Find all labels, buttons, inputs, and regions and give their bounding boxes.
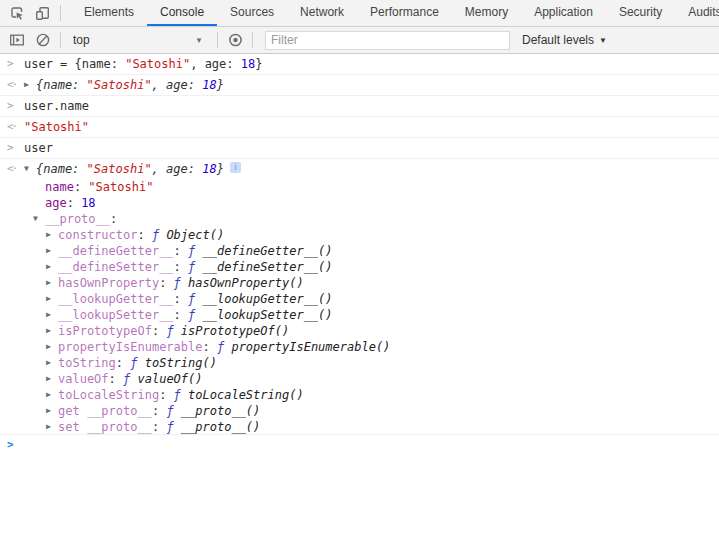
clear-console-button[interactable] (30, 28, 56, 52)
sidebar-icon (9, 32, 25, 48)
result-chevron-icon: <· (0, 120, 24, 134)
devtools-tab-bar: ElementsConsoleSourcesNetworkPerformance… (0, 0, 719, 27)
row-text: __lookupSetter__: ƒ __lookupSetter__() (58, 307, 333, 323)
row-text: __lookupGetter__: ƒ __lookupGetter__() (58, 291, 333, 307)
tab-security[interactable]: Security (606, 0, 675, 26)
object-property-row[interactable]: ▶constructor: ƒ Object() (0, 227, 719, 243)
inspect-cursor-icon (9, 5, 25, 21)
expand-toggle-icon[interactable]: ▶ (46, 355, 58, 371)
row-text: name: "Satoshi" (45, 179, 153, 195)
expand-toggle-icon[interactable]: ▼ (24, 162, 36, 176)
expand-toggle-icon[interactable]: ▶ (24, 78, 36, 92)
row-text: constructor: ƒ Object() (58, 227, 224, 243)
row-text: __proto__: (45, 211, 117, 227)
row-text: {name: "Satoshi", age: 18} (36, 78, 224, 92)
tab-application[interactable]: Application (521, 0, 606, 26)
console-input-line: >user.name (0, 96, 719, 117)
expand-toggle-icon[interactable]: ▶ (46, 419, 58, 435)
console-result-line-expanded[interactable]: <·▼{name: "Satoshi", age: 18}i (0, 159, 719, 179)
tab-console[interactable]: Console (147, 0, 217, 26)
inspect-element-button[interactable] (4, 1, 30, 25)
object-property-row[interactable]: ▶__lookupGetter__: ƒ __lookupGetter__() (0, 291, 719, 307)
expand-toggle-icon[interactable]: ▶ (46, 307, 58, 323)
row-text: user (24, 141, 53, 155)
object-property-row[interactable]: ▶__defineSetter__: ƒ __defineSetter__() (0, 259, 719, 275)
show-console-sidebar-button[interactable] (4, 28, 30, 52)
expand-toggle-icon[interactable]: ▼ (33, 211, 45, 227)
levels-label: Default levels (522, 33, 594, 47)
divider (217, 32, 218, 48)
divider (60, 32, 61, 48)
expand-toggle-icon[interactable]: ▶ (46, 291, 58, 307)
row-text: set __proto__: ƒ __proto__() (58, 419, 260, 435)
device-toolbar-icon (35, 5, 51, 21)
filter-input[interactable] (265, 31, 510, 50)
expand-toggle-icon[interactable]: ▶ (46, 387, 58, 403)
context-label: top (73, 33, 90, 47)
expand-toggle-icon[interactable]: ▶ (46, 339, 58, 355)
tab-audits[interactable]: Audits (675, 0, 719, 26)
tab-sources[interactable]: Sources (217, 0, 287, 26)
object-property-row[interactable]: ▶valueOf: ƒ valueOf() (0, 371, 719, 387)
chevron-down-icon: ▼ (195, 36, 203, 45)
expand-toggle-icon[interactable]: ▶ (46, 275, 58, 291)
console-result-line: <·"Satoshi" (0, 117, 719, 138)
row-text: valueOf: ƒ valueOf() (58, 371, 203, 387)
row-text: toString: ƒ toString() (58, 355, 217, 371)
row-text: isPrototypeOf: ƒ isPrototypeOf() (58, 323, 289, 339)
device-toolbar-button[interactable] (30, 1, 56, 25)
row-text: user.name (24, 99, 89, 113)
console-result-line[interactable]: <·▶{name: "Satoshi", age: 18} (0, 75, 719, 96)
object-property-row[interactable]: ▶get __proto__: ƒ __proto__() (0, 403, 719, 419)
divider (252, 32, 253, 48)
eye-icon (227, 32, 244, 48)
object-property-row: age: 18 (0, 195, 719, 211)
evaluated-info-badge-icon[interactable]: i (230, 162, 241, 173)
console-input-line: >user (0, 138, 719, 159)
input-chevron-icon: > (0, 57, 24, 71)
object-property-row[interactable]: ▶toLocaleString: ƒ toLocaleString() (0, 387, 719, 403)
object-property-row[interactable]: ▶__defineGetter__: ƒ __defineGetter__() (0, 243, 719, 259)
expand-toggle-icon[interactable]: ▶ (46, 227, 58, 243)
tabs-container: ElementsConsoleSourcesNetworkPerformance… (71, 0, 719, 26)
expand-toggle-icon[interactable]: ▶ (46, 403, 58, 419)
object-property-row[interactable]: ▶hasOwnProperty: ƒ hasOwnProperty() (0, 275, 719, 291)
console-messages: >user = {name: "Satoshi", age: 18}<·▶{na… (0, 54, 719, 455)
chevron-down-icon: ▼ (599, 36, 607, 45)
object-property-row[interactable]: ▶propertyIsEnumerable: ƒ propertyIsEnume… (0, 339, 719, 355)
row-text: user = {name: "Satoshi", age: 18} (24, 57, 262, 71)
divider (60, 5, 61, 21)
row-text: age: 18 (45, 195, 96, 211)
tab-elements[interactable]: Elements (71, 0, 147, 26)
object-proto-row[interactable]: ▼__proto__: (0, 211, 719, 227)
object-property-row[interactable]: ▶toString: ƒ toString() (0, 355, 719, 371)
log-levels-dropdown[interactable]: Default levels ▼ (522, 33, 607, 47)
object-property-row[interactable]: ▶__lookupSetter__: ƒ __lookupSetter__() (0, 307, 719, 323)
row-text: {name: "Satoshi", age: 18} (36, 162, 224, 176)
object-property-row[interactable]: ▶set __proto__: ƒ __proto__() (0, 419, 719, 435)
tab-performance[interactable]: Performance (357, 0, 452, 26)
execution-context-selector[interactable]: top ▼ (65, 33, 213, 47)
object-property-row: name: "Satoshi" (0, 179, 719, 195)
live-expression-button[interactable] (222, 28, 248, 52)
expand-toggle-icon[interactable]: ▶ (46, 371, 58, 387)
tab-memory[interactable]: Memory (452, 0, 521, 26)
tab-network[interactable]: Network (287, 0, 357, 26)
console-toolbar: top ▼ Default levels ▼ (0, 27, 719, 54)
result-chevron-icon: <· (0, 78, 24, 92)
expand-toggle-icon[interactable]: ▶ (46, 259, 58, 275)
row-text: __defineSetter__: ƒ __defineSetter__() (58, 259, 333, 275)
input-chevron-icon: > (0, 99, 24, 113)
expand-toggle-icon[interactable]: ▶ (46, 323, 58, 339)
console-input-line: >user = {name: "Satoshi", age: 18} (0, 54, 719, 75)
row-text: "Satoshi" (24, 120, 89, 134)
expand-toggle-icon[interactable]: ▶ (46, 243, 58, 259)
object-property-row[interactable]: ▶isPrototypeOf: ƒ isPrototypeOf() (0, 323, 719, 339)
row-text: propertyIsEnumerable: ƒ propertyIsEnumer… (58, 339, 390, 355)
result-chevron-icon: <· (0, 162, 24, 176)
clear-console-icon (35, 32, 51, 48)
row-text: hasOwnProperty: ƒ hasOwnProperty() (58, 275, 304, 291)
console-prompt[interactable]: > (0, 435, 719, 455)
row-text: __defineGetter__: ƒ __defineGetter__() (58, 243, 333, 259)
row-text: toLocaleString: ƒ toLocaleString() (58, 387, 304, 403)
